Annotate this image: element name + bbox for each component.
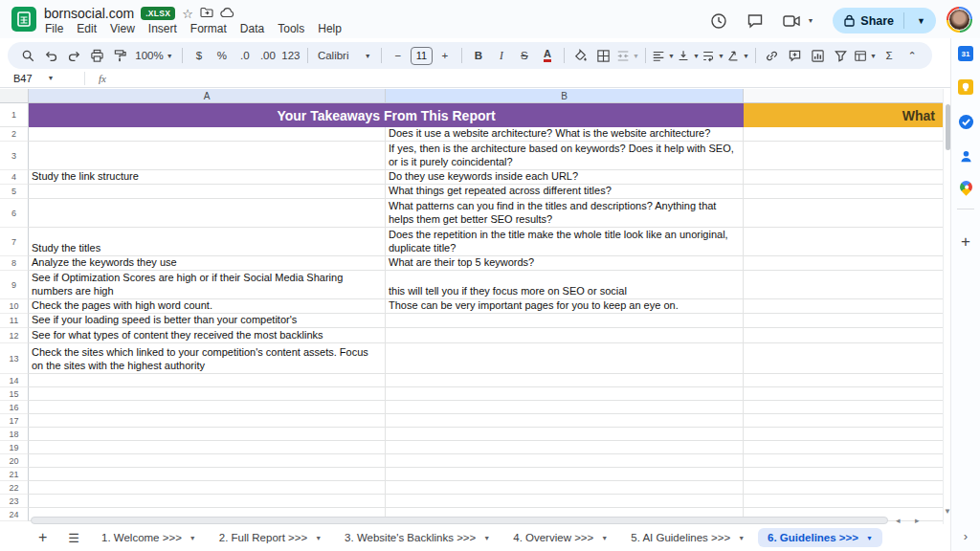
cell-A18[interactable] bbox=[29, 428, 386, 441]
insert-chart-button[interactable] bbox=[808, 45, 829, 66]
cell-B17[interactable] bbox=[386, 414, 744, 428]
fill-color-button[interactable] bbox=[570, 45, 591, 66]
cell-B3[interactable]: If yes, then is the architecture based o… bbox=[386, 142, 744, 170]
cell-B9[interactable]: this will tell you if they focus more on… bbox=[386, 271, 744, 299]
cell-A4[interactable]: Study the link structure bbox=[29, 170, 386, 185]
cell-B10[interactable]: Those can be very important pages for yo… bbox=[386, 299, 744, 314]
cell-C21[interactable] bbox=[744, 468, 943, 481]
cell-C6[interactable] bbox=[744, 199, 943, 228]
cloud-status-icon[interactable] bbox=[220, 8, 234, 20]
cell-A5[interactable] bbox=[29, 185, 386, 199]
sheet-tab-6[interactable]: 6. Guidelines >>>▼ bbox=[758, 528, 882, 547]
undo-button[interactable] bbox=[40, 45, 61, 66]
column-header-b[interactable]: B bbox=[386, 89, 744, 103]
row-header-3[interactable]: 3 bbox=[0, 142, 29, 170]
cell-B20[interactable] bbox=[386, 454, 744, 468]
cell-C2[interactable] bbox=[744, 127, 943, 142]
cell-A9[interactable]: See if Optimization Scores are high or i… bbox=[29, 271, 386, 299]
cell-A20[interactable] bbox=[29, 454, 386, 468]
cell-C4[interactable] bbox=[744, 170, 943, 185]
tasks-icon[interactable] bbox=[957, 113, 974, 130]
cell-B8[interactable]: What are their top 5 keywords? bbox=[386, 256, 744, 271]
column-header-a[interactable]: A bbox=[29, 89, 386, 103]
meet-video-icon[interactable]: ▼ bbox=[783, 14, 813, 28]
row-header-12[interactable]: 12 bbox=[0, 328, 29, 343]
row-header-2[interactable]: 2 bbox=[0, 127, 29, 142]
cell-C14[interactable] bbox=[744, 374, 943, 387]
share-caret-icon[interactable]: ▼ bbox=[910, 16, 932, 26]
cell-B6[interactable]: What patterns can you find in the titles… bbox=[386, 199, 744, 228]
row-header-20[interactable]: 20 bbox=[0, 454, 29, 468]
cell-A19[interactable] bbox=[29, 441, 386, 454]
calendar-icon[interactable]: 31 bbox=[958, 46, 973, 61]
row-header-13[interactable]: 13 bbox=[0, 343, 29, 374]
more-formats-button[interactable]: 123 bbox=[280, 45, 301, 66]
menu-tools[interactable]: Tools bbox=[271, 21, 311, 36]
cell-B18[interactable] bbox=[386, 428, 744, 441]
get-addons-button[interactable]: + bbox=[961, 232, 970, 252]
all-sheets-button[interactable]: ☰ bbox=[60, 531, 86, 545]
insert-comment-button[interactable] bbox=[785, 45, 806, 66]
vertical-align-button[interactable]: ▼ bbox=[677, 45, 700, 66]
functions-button[interactable]: Σ bbox=[879, 45, 900, 66]
row-header-1[interactable]: 1 bbox=[0, 103, 29, 127]
column-header-rest[interactable] bbox=[744, 89, 943, 103]
menu-help[interactable]: Help bbox=[311, 21, 348, 36]
print-button[interactable] bbox=[86, 45, 107, 66]
vertical-scrollbar[interactable] bbox=[943, 89, 950, 524]
cell-C20[interactable] bbox=[744, 454, 943, 468]
row-header-8[interactable]: 8 bbox=[0, 256, 29, 271]
sheet-tab-5[interactable]: 5. AI Guidelines >>>▼ bbox=[621, 528, 754, 547]
cell-A14[interactable] bbox=[29, 374, 386, 387]
cell-A10[interactable]: Check the pages with high word count. bbox=[29, 299, 386, 314]
row-header-4[interactable]: 4 bbox=[0, 170, 29, 185]
cell-A3[interactable] bbox=[29, 142, 386, 170]
row-header-16[interactable]: 16 bbox=[0, 401, 29, 414]
cell-A8[interactable]: Analyze the keywords they use bbox=[29, 256, 386, 271]
meet-caret-icon[interactable]: ▼ bbox=[807, 17, 813, 24]
sheet-tab-2[interactable]: 2. Full Report >>>▼ bbox=[210, 528, 331, 547]
decrease-decimal-button[interactable]: .0 bbox=[234, 45, 256, 66]
horizontal-align-button[interactable]: ▼ bbox=[652, 45, 675, 66]
cell-A17[interactable] bbox=[29, 414, 386, 428]
row-header-5[interactable]: 5 bbox=[0, 185, 29, 199]
cell-C7[interactable] bbox=[744, 228, 943, 256]
cell-B12[interactable] bbox=[386, 328, 744, 343]
cell-A16[interactable] bbox=[29, 401, 386, 414]
select-all-corner[interactable] bbox=[0, 89, 29, 103]
font-size-input[interactable]: 11 bbox=[411, 47, 433, 65]
comments-icon[interactable] bbox=[746, 12, 764, 30]
search-menus-button[interactable] bbox=[17, 45, 38, 66]
redo-button[interactable] bbox=[63, 45, 84, 66]
cell-C17[interactable] bbox=[744, 414, 943, 428]
cell-B11[interactable] bbox=[386, 314, 744, 328]
row-header-11[interactable]: 11 bbox=[0, 314, 29, 328]
cell-A7[interactable]: Study the titles bbox=[29, 228, 386, 256]
row-header-22[interactable]: 22 bbox=[0, 481, 29, 495]
table-views-button[interactable]: ▼ bbox=[854, 45, 877, 66]
collapse-toolbar-button[interactable]: ⌃ bbox=[902, 45, 923, 66]
cell-B14[interactable] bbox=[386, 374, 744, 387]
row-header-24[interactable]: 24 bbox=[0, 508, 29, 521]
cell-A22[interactable] bbox=[29, 481, 386, 495]
cell-C15[interactable] bbox=[744, 387, 943, 401]
cell-A13[interactable]: Check the sites which linked to your com… bbox=[29, 343, 386, 374]
row-header-10[interactable]: 10 bbox=[0, 299, 29, 314]
format-percent-button[interactable]: % bbox=[212, 45, 233, 66]
cell-C8[interactable] bbox=[744, 256, 943, 271]
sheets-logo-icon[interactable] bbox=[11, 7, 36, 32]
tab-caret-icon[interactable]: ▼ bbox=[601, 535, 608, 541]
row-header-15[interactable]: 15 bbox=[0, 387, 29, 401]
row-header-14[interactable]: 14 bbox=[0, 374, 29, 387]
version-history-icon[interactable] bbox=[710, 12, 727, 30]
cell-A6[interactable] bbox=[29, 199, 386, 228]
row-header-19[interactable]: 19 bbox=[0, 441, 29, 454]
cell-B2[interactable]: Does it use a website architecture? What… bbox=[386, 127, 744, 142]
tab-caret-icon[interactable]: ▼ bbox=[483, 535, 490, 541]
formula-input[interactable] bbox=[106, 69, 950, 87]
cell-A23[interactable] bbox=[29, 495, 386, 508]
cell-B21[interactable] bbox=[386, 468, 744, 481]
cell-C3[interactable] bbox=[744, 142, 943, 170]
name-box[interactable]: B47 ▼ bbox=[0, 73, 84, 84]
zoom-control[interactable]: 100%▼ bbox=[132, 45, 176, 66]
